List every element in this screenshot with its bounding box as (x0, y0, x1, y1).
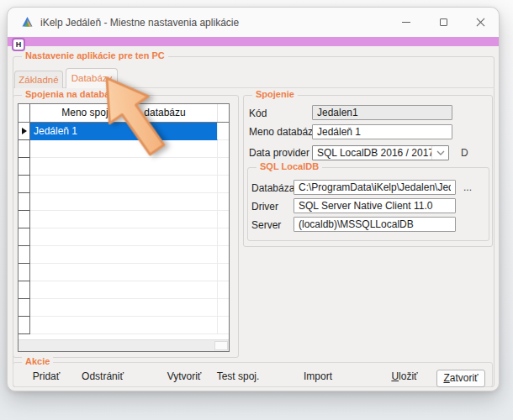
data-provider-value: SQL LocalDB 2016 / 2017 (313, 147, 431, 159)
group-title-spojenie: Spojenie (252, 89, 298, 99)
kod-field[interactable] (312, 105, 452, 120)
toolbar-strip (8, 37, 499, 46)
connections-grid[interactable]: Meno spojenia na databázu Jedáleň 1 (18, 103, 230, 352)
grid-rows: Jedáleň 1 (19, 123, 229, 339)
zatvorit-accel: Z (443, 372, 449, 384)
group-title-nastavenie: Nastavenie aplikácie pre ten PC (22, 50, 168, 60)
tab-databazy[interactable]: Databázy (66, 68, 118, 88)
app-window: iKelp Jedáleň - Miestne nastavenia aplik… (7, 7, 500, 391)
table-row[interactable] (19, 140, 229, 158)
server-field[interactable] (294, 217, 456, 232)
databaza-field[interactable] (294, 180, 456, 195)
row-name-cell[interactable] (30, 281, 218, 299)
zatvorit-rest: atvoriť (450, 372, 479, 384)
chevron-down-icon[interactable] (431, 146, 448, 160)
titlebar: iKelp Jedáleň - Miestne nastavenia aplik… (8, 8, 499, 37)
row-name-cell[interactable] (30, 228, 218, 246)
driver-field[interactable] (294, 198, 456, 213)
grid-horizontal-scrollbar[interactable] (19, 339, 229, 351)
table-row[interactable] (19, 211, 229, 228)
group-title-akcie: Akcie (22, 356, 53, 366)
row-name-cell[interactable] (30, 246, 218, 264)
row-name-cell[interactable] (30, 193, 218, 211)
close-button[interactable] (462, 8, 499, 37)
table-row[interactable] (19, 317, 229, 334)
zatvorit-button[interactable]: Zatvoriť (436, 370, 485, 387)
table-row[interactable] (19, 281, 229, 299)
grid-scrollbar-thumb[interactable] (214, 341, 228, 350)
data-provider-label: Data provider (249, 147, 309, 159)
row-name-cell[interactable] (30, 176, 218, 193)
table-row[interactable] (19, 299, 229, 317)
row-name-cell[interactable] (30, 211, 218, 228)
tab-zakladne[interactable]: Základné (14, 71, 63, 88)
row-name-cell[interactable] (30, 317, 218, 334)
browse-button[interactable]: ... (463, 181, 472, 193)
grid-selector-header (19, 104, 30, 122)
table-row[interactable] (19, 176, 229, 193)
grid-column-header: Meno spojenia na databázu (30, 104, 218, 122)
table-row[interactable] (19, 246, 229, 264)
app-logo-icon (21, 16, 34, 29)
provider-suffix-label: D (461, 147, 468, 159)
group-title-sql-localdb: SQL LocalDB (256, 161, 322, 171)
table-row[interactable] (19, 193, 229, 211)
minimize-button[interactable] (388, 8, 425, 37)
grid-header: Meno spojenia na databázu (19, 104, 229, 123)
test-spoj-button[interactable]: Test spoj. (217, 370, 260, 386)
maximize-icon (440, 18, 447, 26)
group-title-spojenia: Spojenia na databázy (22, 89, 123, 99)
databaza-label: Databáza (251, 182, 294, 194)
window-controls (388, 8, 499, 37)
table-row[interactable] (19, 264, 229, 281)
row-name-cell[interactable] (30, 299, 218, 317)
ulozit-button[interactable]: Uložiť (391, 370, 417, 386)
row-name-cell[interactable] (30, 158, 218, 176)
server-label: Server (251, 219, 281, 231)
row-selector-arrow-icon (22, 128, 27, 134)
table-row[interactable]: Jedáleň 1 (19, 123, 229, 140)
minimize-icon (402, 22, 410, 23)
meno-databazy-label: Meno databázy (249, 126, 318, 138)
import-button[interactable]: Import (304, 370, 332, 386)
help-button[interactable]: H (12, 38, 25, 51)
row-name-cell[interactable]: Jedáleň 1 (30, 123, 218, 140)
data-provider-select[interactable]: SQL LocalDB 2016 / 2017 (312, 145, 449, 160)
ulozit-accel: U (391, 370, 399, 382)
row-name-cell[interactable] (30, 140, 218, 158)
pridat-button[interactable]: Pridať (33, 370, 61, 386)
window-title: iKelp Jedáleň - Miestne nastavenia aplik… (40, 17, 239, 29)
table-row[interactable] (19, 158, 229, 176)
ulozit-rest: ložiť (399, 370, 418, 382)
driver-label: Driver (251, 201, 278, 213)
vytvorit-button[interactable]: Vytvoriť (167, 370, 202, 386)
maximize-button[interactable] (425, 8, 462, 37)
meno-databazy-field[interactable] (312, 124, 452, 139)
row-name-cell[interactable] (30, 264, 218, 281)
kod-label: Kód (249, 108, 267, 119)
odstranit-button[interactable]: Odstrániť (82, 370, 124, 386)
close-icon (476, 18, 485, 27)
table-row[interactable] (19, 228, 229, 246)
